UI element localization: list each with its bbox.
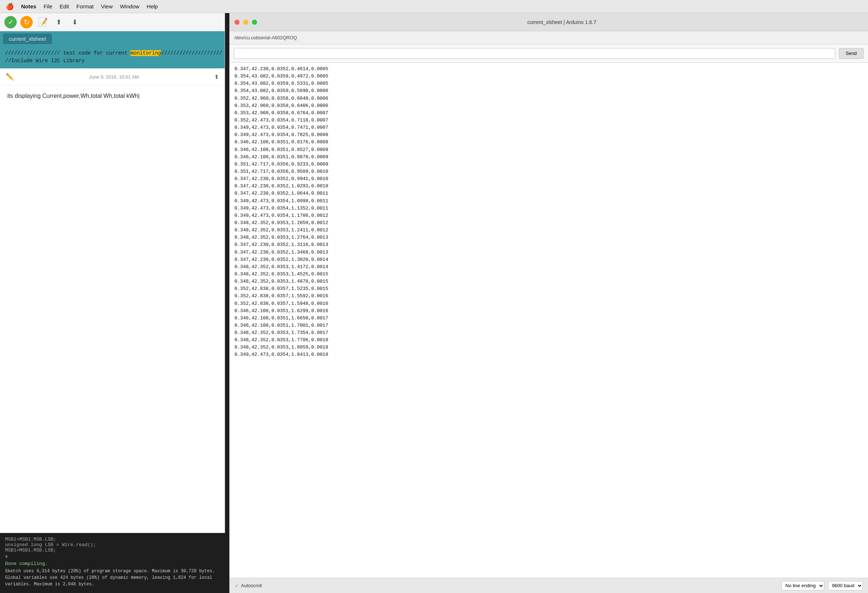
compile-code-1: MSB1=MSB1.MSB.LSB; [5,537,220,542]
serial-line: 0.348,42.352,0.0353,1.8059,0.0018 [235,344,863,351]
serial-line: 0.347,42.230,0.0352,1.0293,0.0010 [235,182,863,190]
menu-window[interactable]: Window [120,3,139,9]
checkmark-button[interactable]: ✓ [4,16,17,28]
serial-line: 0.352,42.838,0.0357,1.5948,0.0016 [235,300,863,308]
serial-line: 0.346,42.108,0.0351,1.7001,0.0017 [235,322,863,329]
code-line-1-pre: ////////////////// test code for current [5,50,130,56]
export-button[interactable]: ⬆ [52,16,65,28]
serial-line: 0.352,42.838,0.0357,1.5592,0.0016 [235,293,863,300]
note-text[interactable]: its displaying Current,power,Wh,total Wh… [0,85,224,107]
serial-input-bar: Send [229,44,868,63]
serial-line: 0.351,42.717,0.0356,0.9589,0.0010 [235,168,863,175]
serial-line: 0.348,42.352,0.0353,1.2059,0.0012 [235,219,863,227]
compile-output-2: Global variables use 424 bytes (20%) of … [5,574,220,587]
compile-code-3: MSB1=MSB1.MSB.LSB; [5,547,220,553]
serial-line: 0.347,42.230,0.0352,1.3468,0.0013 [235,249,863,256]
code-line-1-post: //////////////////// [161,50,222,56]
serial-line: 0.349,42.473,0.0354,1.1352,0.0011 [235,205,863,212]
code-line-2: //Include Wire I2C Library [5,57,220,65]
menu-view[interactable]: View [101,3,112,9]
send-button[interactable]: Send [839,48,864,59]
serial-line: 0.346,42.108,0.0351,0.8527,0.0009 [235,146,863,153]
compose-button[interactable]: 📝 [36,16,49,28]
serial-line: 0.346,42.108,0.0351,1.6299,0.0016 [235,308,863,315]
serial-line: 0.346,42.108,0.0351,0.8878,0.0009 [235,153,863,161]
serial-line: 0.348,42.352,0.0353,1.4525,0.0015 [235,271,863,278]
autoscroll-control[interactable]: ✓ Autoscroll [235,583,262,589]
window-maximize-button[interactable] [252,20,257,25]
tab-current-xlsheet[interactable]: current_xlsheet [3,34,52,44]
serial-line: 0.349,42.473,0.0354,1.1706,0.0012 [235,212,863,219]
serial-line: 0.348,42.352,0.0353,1.2411,0.0012 [235,227,863,234]
compile-code-2: unsigned long LSB = Wire.read(); [5,542,220,547]
serial-line: 0.347,42.230,0.0352,0.9941,0.0010 [235,175,863,182]
line-ending-select[interactable]: No line ending [781,581,824,590]
notes-toolbar: ✓ ↻ 📝 ⬆ ⬇ [0,13,224,31]
window-minimize-button[interactable] [243,20,248,25]
serial-line: 0.349,42.473,0.0354,1.8413,0.0018 [235,351,863,358]
menu-notes[interactable]: Notes [21,3,36,9]
arduino-window-title: current_xlsheet | Arduino 1.6.7 [261,19,863,25]
download-button[interactable]: ⬇ [68,16,81,28]
serial-line: 0.346,42.108,0.0351,1.6650,0.0017 [235,315,863,322]
serial-line: 0.353,42.960,0.0358,0.6764,0.0007 [235,109,863,117]
serial-line: 0.354,43.082,0.0359,0.5690,0.0006 [235,87,863,94]
arduino-panel: current_xlsheet | Arduino 1.6.7 /dev/cu.… [229,13,868,593]
menubar: 🍎 Notes File Edit Format View Window Hel… [0,0,868,13]
code-highlight-monitoring: monitoring [130,50,161,56]
note-content-area: ✏️ June 9, 2016, 10:01 AM ⬆ its displayi… [0,68,224,593]
compile-area: MSB1=MSB1.MSB.LSB; unsigned long LSB = W… [0,533,225,593]
serial-line: 0.353,42.960,0.0358,0.6406,0.0006 [235,102,863,109]
menu-help[interactable]: Help [147,3,158,9]
menu-file[interactable]: File [44,3,52,9]
serial-line: 0.352,42.960,0.0358,0.6048,0.0006 [235,95,863,102]
note-share-icon[interactable]: ⬆ [214,74,219,80]
sync-button[interactable]: ↻ [21,16,33,28]
serial-data-display[interactable]: 0.347,42.230,0.0352,0.4614,0.00050.354,4… [229,63,868,578]
serial-line: 0.354,43.082,0.0359,0.4972,0.0005 [235,73,863,80]
serial-line: 0.348,42.352,0.0353,1.7706,0.0018 [235,337,863,344]
serial-line: 0.352,42.838,0.0357,1.5235,0.0015 [235,285,863,293]
code-line-1: ////////////////// test code for current… [5,50,220,57]
serial-line: 0.349,42.473,0.0354,1.0998,0.0011 [235,197,863,205]
note-edit-icon[interactable]: ✏️ [6,73,14,81]
device-path: /dev/cu.usbserial-A602QROQ [235,35,297,40]
note-header: ✏️ June 9, 2016, 10:01 AM ⬆ [0,68,224,85]
compile-status: Done compiling. [5,561,220,567]
baud-rate-select[interactable]: 9600 baud [828,581,863,590]
serial-line: 0.348,42.352,0.0353,1.2764,0.0013 [235,234,863,241]
serial-line: 0.348,42.352,0.0353,1.4172,0.0014 [235,263,863,271]
serial-line: 0.347,42.230,0.0352,1.0644,0.0011 [235,190,863,197]
arduino-titlebar: current_xlsheet | Arduino 1.6.7 [229,13,868,31]
code-area: ////////////////// test code for current… [0,46,224,68]
menu-format[interactable]: Format [77,3,94,9]
serial-line: 0.354,43.082,0.0359,0.5331,0.0005 [235,80,863,87]
autoscroll-label: Autoscroll [241,583,262,588]
apple-icon[interactable]: 🍎 [6,3,14,10]
serial-line: 0.349,42.473,0.0354,0.7825,0.0008 [235,131,863,138]
serial-input-field[interactable] [234,48,835,59]
serial-line: 0.348,42.352,0.0353,1.7354,0.0017 [235,329,863,337]
menu-edit[interactable]: Edit [60,3,69,9]
compile-output-1: Sketch uses 6,314 bytes (20%) of program… [5,568,220,574]
window-close-button[interactable] [235,20,239,25]
serial-line: 0.348,42.352,0.0353,1.4878,0.0015 [235,278,863,285]
notes-panel: ✓ ↻ 📝 ⬆ ⬇ current_xlsheet //////////////… [0,13,225,593]
serial-line: 0.347,42.230,0.0352,0.4614,0.0005 [235,65,863,73]
autoscroll-checkmark: ✓ [235,583,239,589]
serial-line: 0.352,42.473,0.0354,0.7118,0.0007 [235,117,863,124]
serial-line: 0.346,42.108,0.0351,0.8176,0.0008 [235,138,863,146]
serial-line: 0.351,42.717,0.0356,0.9233,0.0009 [235,161,863,168]
note-date: June 9, 2016, 10:01 AM [89,74,139,79]
serial-line: 0.349,42.473,0.0354,0.7471,0.0007 [235,124,863,131]
notes-tab-bar: current_xlsheet [0,31,224,46]
serial-bottom-bar: ✓ Autoscroll No line ending 9600 baud [229,578,868,593]
serial-line: 0.347,42.230,0.0352,1.3820,0.0014 [235,256,863,263]
serial-line: 0.347,42.230,0.0352,1.3116,0.0013 [235,241,863,249]
path-bar: /dev/cu.usbserial-A602QROQ [229,31,868,44]
